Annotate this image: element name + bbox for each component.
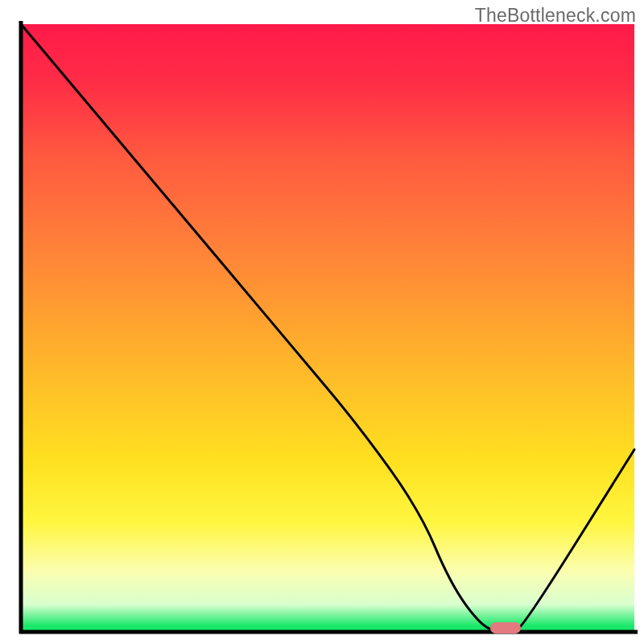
optimal-zone-marker: [490, 622, 521, 634]
watermark-text: TheBottleneck.com: [475, 5, 636, 27]
chart-frame: TheBottleneck.com: [0, 0, 644, 644]
plot-background: [21, 24, 634, 632]
chart-svg: [0, 0, 644, 644]
